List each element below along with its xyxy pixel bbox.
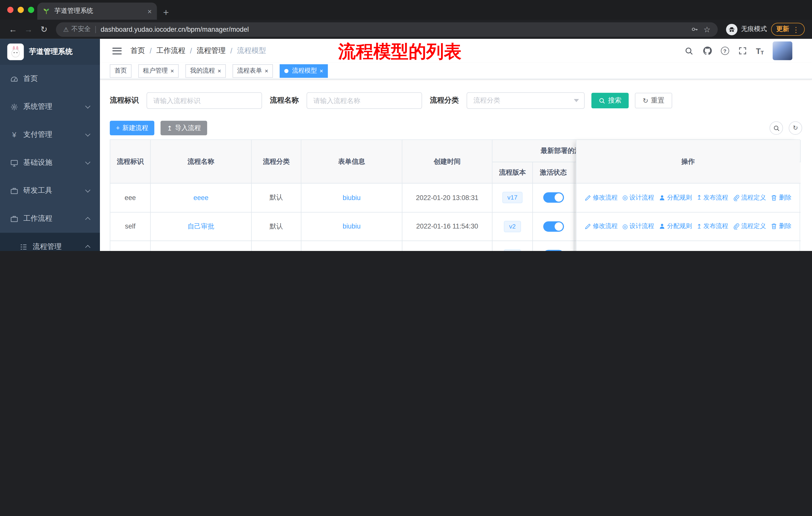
sidebar-item-home[interactable]: 首页 <box>0 65 100 93</box>
new-tab-button[interactable]: + <box>163 7 169 17</box>
tag-process-model[interactable]: 流程模型× <box>280 64 328 77</box>
tags-view-bar: 首页 租户管理× 我的流程× 流程表单× 流程模型× <box>100 63 812 79</box>
chevron-down-icon <box>85 160 90 165</box>
breadcrumb: 首页 / 工作流程 / 流程管理 / 流程模型 <box>130 46 266 55</box>
sidebar-item-infra[interactable]: 基础设施 <box>0 148 100 176</box>
reset-button[interactable]: ↻ 重置 <box>635 93 672 108</box>
design-process-link[interactable]: ◎设计流程 <box>622 222 654 231</box>
sidebar-item-process-mgmt[interactable]: 流程管理 <box>0 233 100 251</box>
magnifier-icon <box>599 97 605 104</box>
incognito-label: 无痕模式 <box>741 25 767 34</box>
modify-process-link[interactable]: 修改流程 <box>584 222 618 231</box>
design-process-link[interactable]: ◎设计流程 <box>622 193 654 202</box>
edit-icon <box>584 223 591 230</box>
active-toggle[interactable] <box>543 221 563 232</box>
zoom-window-button[interactable] <box>28 7 34 13</box>
fullscreen-icon[interactable] <box>738 46 747 55</box>
tag-tenant[interactable]: 租户管理× <box>138 64 179 77</box>
modify-process-link[interactable]: 修改流程 <box>584 193 618 202</box>
cell-form: /bpm/oa/leave/create <box>301 241 402 251</box>
sidebar-item-payment[interactable]: ¥ 支付管理 <box>0 121 100 148</box>
process-definition-link[interactable]: 流程定义 <box>733 193 766 202</box>
browser-tab[interactable]: 芋道管理系统 × <box>37 2 157 20</box>
trash-icon <box>771 223 778 230</box>
url-text: dashboard.yudao.iocoder.cn/bpm/manager/m… <box>101 25 686 33</box>
tag-process-form[interactable]: 流程表单× <box>233 64 273 77</box>
cell-key: eee <box>110 184 150 212</box>
tag-my-process[interactable]: 我的流程× <box>185 64 226 77</box>
close-icon[interactable]: × <box>265 67 268 74</box>
back-button[interactable]: ← <box>5 21 21 37</box>
assign-rule-link[interactable]: 分配规则 <box>659 222 692 231</box>
tag-home[interactable]: 首页 <box>110 64 132 77</box>
category-select[interactable]: 流程分类 <box>467 92 585 109</box>
breadcrumb-item[interactable]: 工作流程 <box>156 46 185 55</box>
assign-rule-link[interactable]: 分配规则 <box>659 193 692 202</box>
create-process-button[interactable]: + 新建流程 <box>110 121 154 135</box>
filter-label-name: 流程名称 <box>270 96 299 105</box>
address-bar[interactable]: ⚠ 不安全 dashboard.yudao.iocoder.cn/bpm/man… <box>56 22 718 36</box>
sidebar-item-devtools[interactable]: 研发工具 <box>0 177 100 205</box>
breadcrumb-item[interactable]: 首页 <box>130 46 145 55</box>
kebab-menu-icon[interactable]: ⋮ <box>792 25 800 33</box>
close-icon[interactable]: × <box>218 67 221 74</box>
github-icon[interactable] <box>702 46 712 55</box>
monitor-icon <box>10 159 18 167</box>
active-toggle[interactable] <box>543 250 563 251</box>
breadcrumb-item[interactable]: 流程管理 <box>197 46 226 55</box>
active-toggle[interactable] <box>543 192 563 203</box>
hamburger-icon[interactable] <box>112 47 122 54</box>
process-name-link[interactable]: eeee <box>194 194 209 201</box>
breadcrumb-separator: / <box>190 47 192 55</box>
minimize-window-button[interactable] <box>18 7 24 13</box>
plus-icon: + <box>116 125 120 132</box>
publish-process-link[interactable]: ↥发布流程 <box>697 193 728 202</box>
avatar[interactable] <box>773 42 792 60</box>
close-icon[interactable]: × <box>320 67 323 74</box>
browser-update-button[interactable]: 更新 ⋮ <box>771 23 805 36</box>
close-window-button[interactable] <box>7 7 13 13</box>
header-actions: 操作 <box>576 140 800 184</box>
close-icon[interactable]: × <box>170 67 174 74</box>
annotation-text: 流程模型的列表 <box>338 40 461 64</box>
font-size-icon[interactable]: TT <box>756 46 764 55</box>
search-button[interactable]: 搜索 <box>591 93 629 108</box>
search-icon[interactable] <box>685 46 694 55</box>
refresh-table-button[interactable]: ↻ <box>789 121 802 135</box>
design-icon: ◎ <box>622 194 628 201</box>
sidebar-logo[interactable]: 芋道管理系统 <box>0 39 100 65</box>
sidebar-item-system[interactable]: 系统管理 <box>0 93 100 121</box>
header-key: 流程标识 <box>110 140 150 184</box>
process-name-input[interactable] <box>307 92 422 109</box>
process-name-link[interactable]: 自己审批 <box>187 222 214 231</box>
delete-link[interactable]: 删除 <box>771 193 791 202</box>
security-label[interactable]: 不安全 <box>71 25 91 34</box>
toggle-search-button[interactable] <box>770 121 783 135</box>
sidebar: 芋道管理系统 首页 系统管理 ¥ 支付管理 基础设施 研发工具 <box>0 39 100 251</box>
actions-row: 修改流程 ◎设计流程 分配规则 ↥发布流程 流程定义 删除 <box>576 212 800 241</box>
window-controls <box>7 7 34 13</box>
main-area: 首页 / 工作流程 / 流程管理 / 流程模型 流程模型的列表 ? TT <box>100 39 812 251</box>
content: 流程标识 流程名称 流程分类 流程分类 搜索 ↻ 重置 <box>100 79 812 251</box>
tab-close-icon[interactable]: × <box>147 7 152 15</box>
actions-row: 修改流程 ◎设计流程 分配规则 ↥发布流程 流程定义 删除 <box>576 184 800 212</box>
import-process-button[interactable]: ↥ 导入流程 <box>161 121 207 135</box>
reload-button[interactable]: ↻ <box>36 21 52 37</box>
chevron-down-icon <box>85 187 90 192</box>
form-link[interactable]: biubiu <box>343 222 360 230</box>
delete-link[interactable]: 删除 <box>771 222 791 231</box>
password-key-icon[interactable] <box>691 26 698 33</box>
forward-button[interactable]: → <box>21 21 36 37</box>
sidebar-item-workflow[interactable]: 工作流程 <box>0 205 100 233</box>
process-definition-link[interactable]: 流程定义 <box>733 222 766 231</box>
paperclip-icon <box>733 194 740 201</box>
bookmark-star-icon[interactable]: ☆ <box>703 25 710 34</box>
form-link[interactable]: biubiu <box>343 194 360 201</box>
process-key-input[interactable] <box>146 92 262 109</box>
cell-form: biubiu <box>301 184 402 212</box>
actions-rows: 修改流程 ◎设计流程 分配规则 ↥发布流程 流程定义 删除 修改流程 <box>576 184 800 251</box>
actions-fixed-column: 操作 修改流程 ◎设计流程 分配规则 ↥发布流程 流程定义 删除 <box>576 140 800 251</box>
publish-process-link[interactable]: ↥发布流程 <box>697 222 728 231</box>
help-icon[interactable]: ? <box>721 47 729 55</box>
process-name-link[interactable]: OA 请假 <box>188 251 213 251</box>
